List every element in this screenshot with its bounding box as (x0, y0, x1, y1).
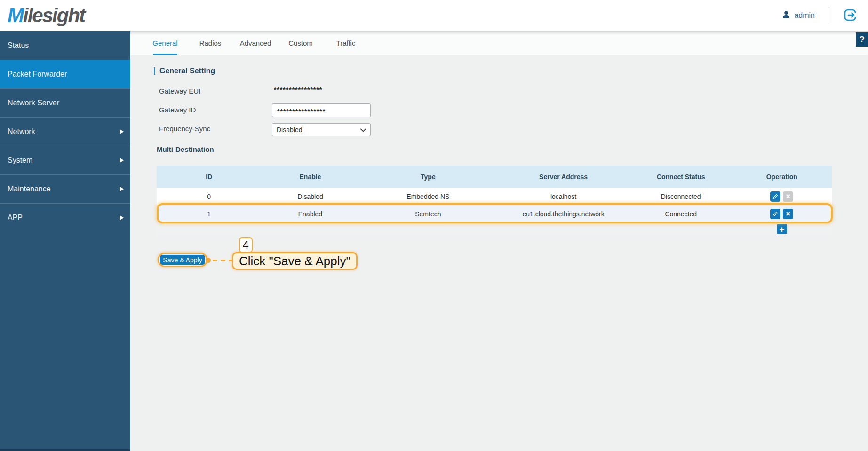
cell-type: Semtech (359, 210, 497, 218)
sidebar-item-label: System (8, 156, 32, 165)
sidebar-item-app[interactable]: APP (0, 203, 130, 232)
app-window: Milesight admin (0, 0, 868, 451)
tab-general[interactable]: General (143, 31, 188, 55)
annotation-connector-dot (206, 258, 211, 263)
edit-icon[interactable] (770, 191, 780, 202)
sidebar-item-maintenance[interactable]: Maintenance (0, 174, 130, 203)
sidebar-item-status[interactable]: Status (0, 31, 130, 60)
sidebar-item-label: Status (8, 41, 29, 50)
cell-enable: Enabled (261, 210, 359, 218)
logout-button[interactable] (844, 8, 857, 23)
delete-icon: × (783, 191, 793, 202)
user-area: admin (781, 7, 857, 24)
chevron-right-icon (120, 187, 124, 191)
table-header-row: ID Enable Type Server Address Connect St… (157, 166, 832, 188)
sidebar-item-label: Maintenance (8, 185, 51, 193)
save-apply-button[interactable]: Save & Apply (160, 255, 205, 265)
tab-traffic[interactable]: Traffic (323, 31, 368, 55)
frequency-sync-selected-value: Disabled (277, 126, 302, 134)
sidebar-item-label: Packet Forwarder (8, 70, 67, 79)
column-header-connect-status: Connect Status (630, 173, 732, 181)
cell-id: 0 (157, 193, 261, 200)
user-icon (781, 10, 791, 21)
sidebar-bottom-strip (0, 449, 130, 451)
cell-operation: × (732, 191, 832, 202)
logo-mark: M (8, 4, 23, 26)
tab-bar: General Radios Advanced Custom Traffic (130, 31, 868, 55)
add-row-cell: + (732, 224, 832, 234)
cell-connect-status: Connected (630, 210, 732, 218)
cell-id: 1 (157, 210, 261, 218)
cell-connect-status: Disconnected (630, 193, 732, 200)
cell-server-address: localhost (497, 193, 630, 200)
column-header-id: ID (157, 173, 261, 181)
logo-text: ilesight (23, 4, 85, 26)
sidebar-item-network-server[interactable]: Network Server (0, 88, 130, 117)
section-title: General Setting (154, 67, 215, 75)
chevron-right-icon (120, 215, 124, 220)
chevron-right-icon (120, 129, 124, 134)
frequency-sync-select[interactable]: Disabled (272, 123, 371, 136)
gateway-id-label: Gateway ID (159, 106, 196, 114)
annotation-connector-line (213, 260, 232, 261)
chevron-down-icon (360, 126, 366, 134)
sidebar: Status Packet Forwarder Network Server N… (0, 31, 130, 451)
top-bar: Milesight admin (0, 0, 868, 31)
cell-enable: Disabled (261, 193, 359, 200)
column-header-server-address: Server Address (497, 173, 630, 181)
cell-type: Embedded NS (359, 193, 497, 200)
multi-destination-title: Multi-Destination (157, 145, 214, 153)
edit-icon[interactable] (770, 209, 780, 219)
annotation-tooltip: Click "Save & Apply" (232, 252, 358, 270)
multi-destination-table: ID Enable Type Server Address Connect St… (157, 166, 832, 236)
milesight-logo: Milesight (8, 6, 85, 25)
frequency-sync-label: Frequency-Sync (159, 125, 210, 133)
tab-custom[interactable]: Custom (278, 31, 323, 55)
cell-operation: × (732, 209, 832, 219)
add-icon[interactable]: + (777, 224, 787, 234)
chevron-right-icon (120, 158, 124, 163)
section-title-accent-bar (154, 67, 155, 75)
sidebar-item-packet-forwarder[interactable]: Packet Forwarder (0, 60, 130, 88)
logout-icon (844, 8, 857, 23)
delete-icon[interactable]: × (783, 209, 793, 219)
sidebar-item-label: Network (8, 127, 35, 136)
section-title-text: General Setting (159, 67, 215, 75)
user-menu[interactable]: admin (781, 10, 815, 21)
column-header-type: Type (359, 173, 497, 181)
tab-advanced[interactable]: Advanced (233, 31, 278, 55)
gateway-eui-value: **************** (274, 86, 322, 94)
gateway-eui-label: Gateway EUI (159, 87, 200, 95)
sidebar-item-label: APP (8, 214, 23, 222)
sidebar-item-system[interactable]: System (0, 146, 130, 174)
table-row-highlighted: 1 Enabled Semtech eu1.cloud.thethings.ne… (157, 206, 832, 222)
table-footer-row: + (157, 222, 832, 236)
header-divider (829, 7, 829, 24)
cell-server-address: eu1.cloud.thethings.network (497, 210, 630, 218)
tab-radios[interactable]: Radios (188, 31, 233, 55)
sidebar-item-network[interactable]: Network (0, 117, 130, 146)
table-row: 0 Disabled Embedded NS localhost Disconn… (157, 188, 832, 206)
sidebar-item-label: Network Server (8, 99, 59, 107)
username-label: admin (794, 11, 815, 20)
column-header-operation: Operation (732, 173, 832, 181)
main-content: General Radios Advanced Custom Traffic G… (130, 31, 868, 451)
gateway-id-input[interactable] (272, 103, 371, 117)
help-icon[interactable]: ? (856, 32, 868, 47)
annotation-step-badge: 4 (239, 237, 253, 253)
column-header-enable: Enable (261, 173, 359, 181)
